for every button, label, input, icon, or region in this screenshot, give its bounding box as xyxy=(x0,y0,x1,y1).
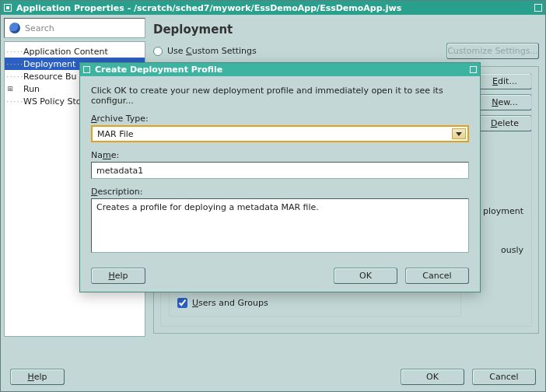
users-groups-checkbox-input[interactable] xyxy=(177,298,187,308)
dialog-titlebar[interactable]: Create Deployment Profile xyxy=(80,63,480,76)
users-groups-checkbox[interactable]: Users and Groups xyxy=(177,298,453,308)
create-deployment-profile-dialog: Create Deployment Profile Click OK to cr… xyxy=(79,62,481,292)
tree-item-label: Deployment xyxy=(23,59,75,69)
dialog-instruction: Click OK to create your new deployment p… xyxy=(91,86,469,106)
ok-button[interactable]: OK xyxy=(401,369,464,385)
maximize-icon[interactable] xyxy=(534,4,542,12)
tree-item-label: WS Policy Sto xyxy=(23,96,82,107)
customize-settings-button[interactable]: Customize Settings... xyxy=(446,43,539,59)
use-custom-radio[interactable] xyxy=(153,47,163,56)
settings-row: Use Custom Settings Customize Settings..… xyxy=(150,43,542,62)
tree-item-label: Resource Bu xyxy=(23,72,76,82)
window-title: Application Properties - /scratch/sched7… xyxy=(16,3,401,13)
expand-icon[interactable]: ⊞ xyxy=(6,85,14,93)
name-label: Name: xyxy=(91,150,469,160)
help-button[interactable]: Help xyxy=(10,369,65,385)
dialog-cancel-button[interactable]: Cancel xyxy=(405,268,469,284)
name-input[interactable] xyxy=(91,162,469,179)
description-label: Description: xyxy=(91,187,469,197)
peek-label-deployment: ployment xyxy=(483,206,523,216)
archive-type-value: MAR File xyxy=(97,129,134,139)
search-icon xyxy=(9,23,20,33)
cancel-button[interactable]: Cancel xyxy=(472,369,536,385)
use-custom-label: Use Custom Settings xyxy=(167,46,257,56)
chevron-down-icon[interactable] xyxy=(452,128,466,139)
tree-item-label: Application Content xyxy=(23,47,108,57)
tree-item-application-content[interactable]: Application Content xyxy=(5,45,145,58)
titlebar[interactable]: Application Properties - /scratch/sched7… xyxy=(1,1,545,15)
search-placeholder: Search xyxy=(25,23,54,33)
tree-item-label: Run xyxy=(23,84,40,94)
dialog-maximize-icon[interactable] xyxy=(470,66,477,73)
search-input[interactable]: Search xyxy=(4,18,145,38)
dialog-title: Create Deployment Profile xyxy=(95,65,222,75)
app-icon xyxy=(4,4,12,12)
description-text[interactable] xyxy=(91,198,469,253)
dialog-icon xyxy=(83,66,90,73)
peek-label-ously: ously xyxy=(501,245,523,255)
dialog-ok-button[interactable]: OK xyxy=(334,268,397,284)
dialog-body: Click OK to create your new deployment p… xyxy=(80,76,480,292)
archive-type-label: Archive Type: xyxy=(91,114,469,124)
archive-type-combo[interactable]: MAR File xyxy=(91,125,469,142)
window-button-row: Help OK Cancel xyxy=(10,369,536,385)
dialog-help-button[interactable]: Help xyxy=(91,268,145,284)
dialog-button-row: Help OK Cancel xyxy=(91,268,469,284)
panel-heading: Deployment xyxy=(150,18,542,43)
